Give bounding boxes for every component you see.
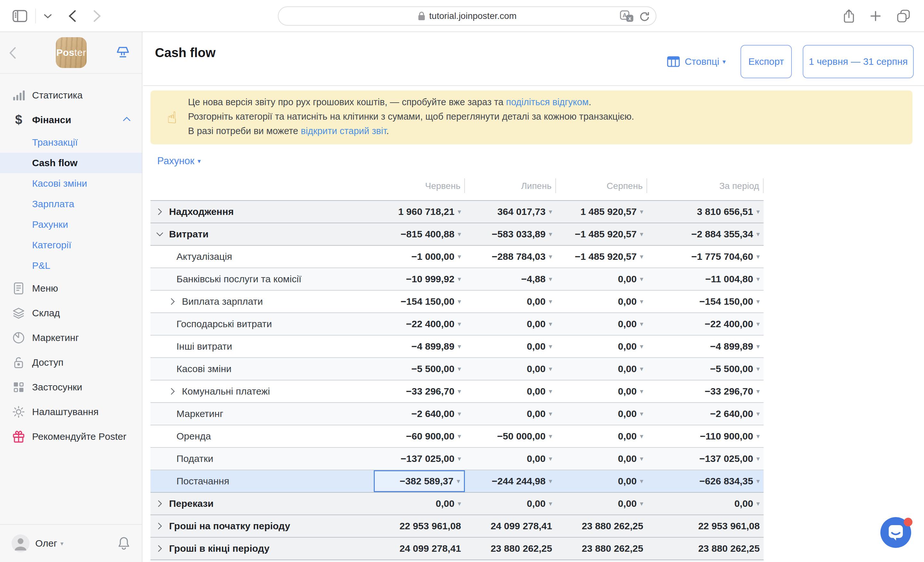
sidebar-item-salary[interactable]: Зарплата (0, 194, 142, 214)
user-name[interactable]: Олег (35, 538, 57, 549)
row-name-postachannia[interactable]: Постачання (150, 470, 374, 492)
value-cell-komunalni-1[interactable]: 0,00▾ (465, 381, 556, 402)
sidebar-item-menu[interactable]: Меню (0, 276, 142, 301)
value-cell-aktualizatsiia-0[interactable]: −1 000,00▾ (374, 246, 465, 268)
value-cell-hroshi-pochatok-1[interactable]: 24 099 278,41 (465, 515, 556, 537)
value-cell-vytraty-2[interactable]: −1 485 920,57▾ (556, 223, 647, 245)
back-icon[interactable] (68, 10, 76, 22)
value-cell-aktualizatsiia-2[interactable]: −1 485 920,57▾ (556, 246, 647, 268)
value-cell-kasovi-zminy-1[interactable]: 0,00▾ (465, 358, 556, 380)
date-range-button[interactable]: 1 червня — 31 серпня (803, 45, 914, 78)
sidebar-item-settings[interactable]: Налаштування (0, 399, 142, 424)
value-cell-vyplata-zarplaty-3[interactable]: −154 150,00▾ (647, 291, 764, 312)
value-cell-perekazy-0[interactable]: 0,00▾ (374, 493, 465, 514)
value-cell-komunalni-3[interactable]: −33 296,70▾ (647, 381, 764, 402)
value-cell-hospodarski-0[interactable]: −22 400,00▾ (374, 313, 465, 335)
value-cell-hroshi-kinets-3[interactable]: 23 880 262,25 (647, 538, 764, 559)
collapse-sidebar-icon[interactable] (9, 47, 16, 59)
row-name-vyplata-zarplaty[interactable]: Виплата зарплати (150, 291, 374, 312)
value-cell-vyplata-zarplaty-0[interactable]: −154 150,00▾ (374, 291, 465, 312)
value-cell-orenda-3[interactable]: −110 900,00▾ (647, 426, 764, 447)
value-cell-nadhodzhennia-2[interactable]: 1 485 920,57▾ (556, 201, 647, 223)
value-cell-inshi-2[interactable]: 0,00▾ (556, 336, 647, 357)
row-name-inshi[interactable]: Інші витрати (150, 336, 374, 357)
chevron-right-icon[interactable] (156, 499, 164, 508)
row-name-aktualizatsiia[interactable]: Актуалізація (150, 246, 374, 268)
sidebar-item-pnl[interactable]: P&L (0, 255, 142, 276)
value-cell-hospodarski-3[interactable]: −22 400,00▾ (647, 313, 764, 335)
row-name-bank-posluhy[interactable]: Банківські послуги та комісії (150, 268, 374, 290)
value-cell-orenda-0[interactable]: −60 900,00▾ (374, 426, 465, 447)
value-cell-inshi-3[interactable]: −4 899,89▾ (647, 336, 764, 357)
value-cell-marketynh-3[interactable]: −2 640,00▾ (647, 403, 764, 425)
value-cell-postachannia-0[interactable]: −382 589,37▾ (374, 470, 465, 492)
value-cell-podatky-2[interactable]: 0,00▾ (556, 448, 647, 470)
value-cell-nadhodzhennia-1[interactable]: 364 017,73▾ (465, 201, 556, 223)
chevron-right-icon[interactable] (156, 208, 164, 216)
sidebar-item-accounts[interactable]: Рахунки (0, 214, 142, 235)
value-cell-marketynh-0[interactable]: −2 640,00▾ (374, 403, 465, 425)
value-cell-nadhodzhennia-3[interactable]: 3 810 656,51▾ (647, 201, 764, 223)
value-cell-hospodarski-1[interactable]: 0,00▾ (465, 313, 556, 335)
value-cell-nadhodzhennia-0[interactable]: 1 960 718,21▾ (374, 201, 465, 223)
value-cell-postachannia-3[interactable]: −626 834,35▾ (647, 470, 764, 492)
value-cell-podatky-0[interactable]: −137 025,00▾ (374, 448, 465, 470)
sidebar-item-marketing[interactable]: Маркетинг (0, 325, 142, 350)
forward-icon[interactable] (93, 10, 101, 22)
value-cell-podatky-1[interactable]: 0,00▾ (465, 448, 556, 470)
pos-terminal-icon[interactable] (116, 46, 130, 60)
columns-dropdown[interactable]: Стовпці ▾ (667, 55, 726, 68)
share-icon[interactable] (843, 9, 855, 23)
chevron-right-icon[interactable] (156, 544, 164, 553)
row-name-hroshi-kinets[interactable]: Гроші в кінці періоду (150, 538, 374, 559)
address-bar[interactable]: tutorial.joinposter.com A х (278, 6, 656, 25)
chat-launcher[interactable] (880, 517, 911, 548)
tab-group-chevron-icon[interactable] (44, 13, 52, 19)
row-name-hospodarski[interactable]: Господарські витрати (150, 313, 374, 335)
user-menu-caret-icon[interactable]: ▾ (60, 540, 63, 547)
value-cell-komunalni-2[interactable]: 0,00▾ (556, 381, 647, 402)
value-cell-hospodarski-2[interactable]: 0,00▾ (556, 313, 647, 335)
value-cell-hroshi-kinets-2[interactable]: 23 880 262,25 (556, 538, 647, 559)
sidebar-item-categories[interactable]: Категорії (0, 235, 142, 255)
value-cell-marketynh-1[interactable]: 0,00▾ (465, 403, 556, 425)
value-cell-vyplata-zarplaty-1[interactable]: 0,00▾ (465, 291, 556, 312)
value-cell-aktualizatsiia-3[interactable]: −1 775 704,60▾ (647, 246, 764, 268)
value-cell-bank-posluhy-2[interactable]: 0,00▾ (556, 268, 647, 290)
chevron-down-icon[interactable] (156, 230, 164, 238)
row-name-hroshi-pochatok[interactable]: Гроші на початку періоду (150, 515, 374, 537)
sidebar-item-access[interactable]: Доступ (0, 350, 142, 375)
row-name-marketynh[interactable]: Маркетинг (150, 403, 374, 425)
value-cell-perekazy-2[interactable]: 0,00▾ (556, 493, 647, 514)
row-name-perekazy[interactable]: Перекази (150, 493, 374, 514)
value-cell-kasovi-zminy-3[interactable]: −5 500,00▾ (647, 358, 764, 380)
sidebar-item-warehouse[interactable]: Склад (0, 301, 142, 325)
value-cell-bank-posluhy-3[interactable]: −11 004,80▾ (647, 268, 764, 290)
value-cell-hroshi-pochatok-3[interactable]: 22 953 961,08 (647, 515, 764, 537)
sidebar-item-finance[interactable]: $Фінанси (0, 108, 142, 132)
value-cell-podatky-3[interactable]: −137 025,00▾ (647, 448, 764, 470)
row-name-komunalni[interactable]: Комунальні платежі (150, 381, 374, 402)
sidebar-item-statistics[interactable]: Статистика (0, 83, 142, 108)
poster-logo[interactable]: Poster (56, 37, 87, 68)
sidebar-item-cash-flow[interactable]: Cash flow (0, 153, 142, 173)
value-cell-vytraty-3[interactable]: −2 884 355,34▾ (647, 223, 764, 245)
value-cell-perekazy-1[interactable]: 0,00▾ (465, 493, 556, 514)
reload-icon[interactable] (639, 11, 650, 22)
sidebar-item-transactions[interactable]: Транзакції (0, 132, 142, 153)
old-report-link[interactable]: відкрити старий звіт (301, 126, 387, 136)
value-cell-perekazy-3[interactable]: 0,00▾ (647, 493, 764, 514)
value-cell-bank-posluhy-1[interactable]: −4,88▾ (465, 268, 556, 290)
sidebar-toggle-icon[interactable] (12, 10, 28, 22)
row-name-podatky[interactable]: Податки (150, 448, 374, 470)
chevron-right-icon[interactable] (156, 522, 164, 530)
row-name-kasovi-zminy[interactable]: Касові зміни (150, 358, 374, 380)
sidebar-item-apps[interactable]: Застосунки (0, 375, 142, 399)
value-cell-vytraty-0[interactable]: −815 400,88▾ (374, 223, 465, 245)
value-cell-komunalni-0[interactable]: −33 296,70▾ (374, 381, 465, 402)
value-cell-orenda-1[interactable]: −50 000,00▾ (465, 426, 556, 447)
export-button[interactable]: Експорт (741, 45, 792, 78)
avatar[interactable] (12, 534, 30, 552)
account-filter-dropdown[interactable]: Рахунок ▾ (157, 155, 201, 167)
sidebar-item-recommend[interactable]: Рекомендуйте Poster (0, 424, 142, 449)
